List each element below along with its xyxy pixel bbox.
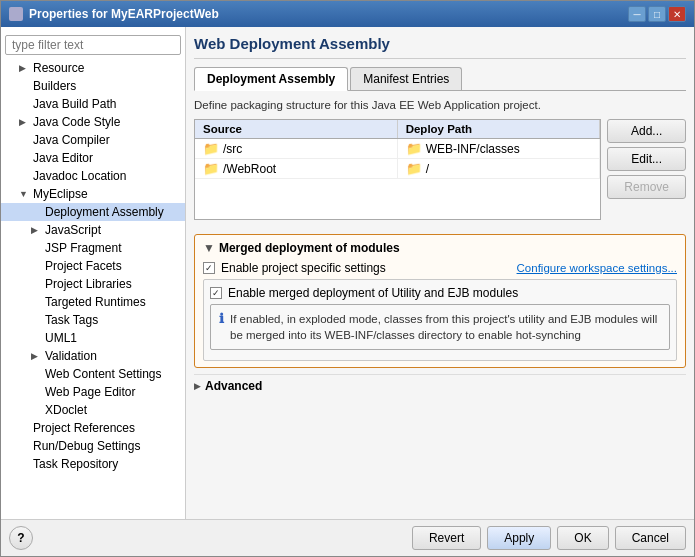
merged-title: ▼ Merged deployment of modules <box>203 241 677 255</box>
sidebar-item-label: Java Build Path <box>33 97 116 111</box>
sidebar-item-label: JavaScript <box>45 223 101 237</box>
filter-input[interactable] <box>5 35 181 55</box>
sidebar-item-label: Builders <box>33 79 76 93</box>
main-content: ▶ Resource Builders Java Build Path ▶ Ja… <box>1 27 694 519</box>
enable-merged-checkbox[interactable] <box>210 287 222 299</box>
deploy-path-cell: 📁 / <box>398 159 601 178</box>
window-icon <box>9 7 23 21</box>
sidebar-item-label: Web Content Settings <box>45 367 162 381</box>
sidebar-item-label: Java Editor <box>33 151 93 165</box>
sidebar-item-web-page-editor[interactable]: Web Page Editor <box>1 383 185 401</box>
table-buttons: Add... Edit... Remove <box>607 119 686 228</box>
tab-bar: Deployment Assembly Manifest Entries <box>194 67 686 91</box>
expand-arrow: ▶ <box>19 117 29 127</box>
source-table: Source Deploy Path 📁 /src 📁 WEB-INF/clas… <box>194 119 601 228</box>
sidebar-item-xdoclet[interactable]: XDoclet <box>1 401 185 419</box>
tab-deployment-assembly[interactable]: Deployment Assembly <box>194 67 348 91</box>
sidebar-item-java-code-style[interactable]: ▶ Java Code Style <box>1 113 185 131</box>
table-row[interactable]: 📁 /src 📁 WEB-INF/classes <box>195 139 600 159</box>
sidebar-item-uml1[interactable]: UML1 <box>1 329 185 347</box>
sidebar-item-label: Project Facets <box>45 259 122 273</box>
cancel-button[interactable]: Cancel <box>615 526 686 550</box>
sidebar-item-run-debug-settings[interactable]: Run/Debug Settings <box>1 437 185 455</box>
close-button[interactable]: ✕ <box>668 6 686 22</box>
sidebar-item-label: Targeted Runtimes <box>45 295 146 309</box>
edit-button[interactable]: Edit... <box>607 147 686 171</box>
sidebar-item-label: Task Tags <box>45 313 98 327</box>
info-icon: ℹ <box>219 311 224 343</box>
expand-arrow: ▶ <box>31 351 41 361</box>
sidebar-item-resource[interactable]: ▶ Resource <box>1 59 185 77</box>
sidebar-item-javascript[interactable]: ▶ JavaScript <box>1 221 185 239</box>
info-box: ℹ If enabled, in exploded mode, classes … <box>210 304 670 350</box>
sidebar-item-label: MyEclipse <box>33 187 88 201</box>
enable-specific-label: Enable project specific settings <box>221 261 386 275</box>
collapse-arrow[interactable]: ▼ <box>203 241 215 255</box>
maximize-button[interactable]: □ <box>648 6 666 22</box>
folder-icon: 📁 <box>203 161 219 176</box>
expand-arrow: ▼ <box>19 189 29 199</box>
sidebar-item-jsp-fragment[interactable]: JSP Fragment <box>1 239 185 257</box>
folder-icon: 📁 <box>406 141 422 156</box>
sidebar-item-targeted-runtimes[interactable]: Targeted Runtimes <box>1 293 185 311</box>
apply-button[interactable]: Apply <box>487 526 551 550</box>
deploy-path-cell: 📁 WEB-INF/classes <box>398 139 601 158</box>
help-button[interactable]: ? <box>9 526 33 550</box>
sidebar-item-java-compiler[interactable]: Java Compiler <box>1 131 185 149</box>
enable-merged-row: Enable merged deployment of Utility and … <box>210 286 670 300</box>
expand-arrow: ▶ <box>31 225 41 235</box>
sidebar-item-validation[interactable]: ▶ Validation <box>1 347 185 365</box>
sidebar-item-web-content-settings[interactable]: Web Content Settings <box>1 365 185 383</box>
ok-button[interactable]: OK <box>557 526 608 550</box>
sidebar-item-task-tags[interactable]: Task Tags <box>1 311 185 329</box>
sidebar-item-label: Task Repository <box>33 457 118 471</box>
sidebar: ▶ Resource Builders Java Build Path ▶ Ja… <box>1 27 186 519</box>
sidebar-item-deployment-assembly[interactable]: Deployment Assembly <box>1 203 185 221</box>
properties-window: Properties for MyEARProjectWeb ─ □ ✕ ▶ R… <box>0 0 695 557</box>
sidebar-item-task-repository[interactable]: Task Repository <box>1 455 185 473</box>
add-button[interactable]: Add... <box>607 119 686 143</box>
col-deploy-path: Deploy Path <box>398 120 601 138</box>
panel-title: Web Deployment Assembly <box>194 35 686 59</box>
sidebar-item-builders[interactable]: Builders <box>1 77 185 95</box>
source-cell: 📁 /src <box>195 139 398 158</box>
sidebar-item-label: Javadoc Location <box>33 169 126 183</box>
enable-merged-container: Enable merged deployment of Utility and … <box>203 279 677 361</box>
advanced-label: Advanced <box>205 379 262 393</box>
bottom-bar: ? Revert Apply OK Cancel <box>1 519 694 556</box>
remove-button[interactable]: Remove <box>607 175 686 199</box>
sidebar-item-java-editor[interactable]: Java Editor <box>1 149 185 167</box>
sidebar-item-label: Project Libraries <box>45 277 132 291</box>
sidebar-item-label: Validation <box>45 349 97 363</box>
sidebar-item-project-libraries[interactable]: Project Libraries <box>1 275 185 293</box>
main-panel: Web Deployment Assembly Deployment Assem… <box>186 27 694 519</box>
sidebar-item-label: XDoclet <box>45 403 87 417</box>
info-text: If enabled, in exploded mode, classes fr… <box>230 311 661 343</box>
sidebar-item-label: Resource <box>33 61 84 75</box>
table-row[interactable]: 📁 /WebRoot 📁 / <box>195 159 600 179</box>
enable-specific-checkbox[interactable] <box>203 262 215 274</box>
configure-workspace-link[interactable]: Configure workspace settings... <box>517 262 677 274</box>
tab-manifest-entries[interactable]: Manifest Entries <box>350 67 462 90</box>
sidebar-item-project-references[interactable]: Project References <box>1 419 185 437</box>
folder-icon: 📁 <box>203 141 219 156</box>
minimize-button[interactable]: ─ <box>628 6 646 22</box>
sidebar-item-java-build-path[interactable]: Java Build Path <box>1 95 185 113</box>
enable-merged-label: Enable merged deployment of Utility and … <box>228 286 518 300</box>
revert-button[interactable]: Revert <box>412 526 481 550</box>
sidebar-item-javadoc-location[interactable]: Javadoc Location <box>1 167 185 185</box>
sidebar-item-label: Deployment Assembly <box>45 205 164 219</box>
sidebar-item-myeclipse[interactable]: ▼ MyEclipse <box>1 185 185 203</box>
table-area: Source Deploy Path 📁 /src 📁 WEB-INF/clas… <box>194 119 686 228</box>
table-container: Source Deploy Path 📁 /src 📁 WEB-INF/clas… <box>194 119 601 220</box>
window-controls: ─ □ ✕ <box>628 6 686 22</box>
sidebar-item-label: UML1 <box>45 331 77 345</box>
window-title: Properties for MyEARProjectWeb <box>29 7 219 21</box>
expand-arrow: ▶ <box>19 63 29 73</box>
sidebar-item-label: Java Code Style <box>33 115 120 129</box>
sidebar-item-label: Web Page Editor <box>45 385 136 399</box>
source-cell: 📁 /WebRoot <box>195 159 398 178</box>
sidebar-item-project-facets[interactable]: Project Facets <box>1 257 185 275</box>
advanced-row[interactable]: ▶ Advanced <box>194 374 686 397</box>
sidebar-item-label: Project References <box>33 421 135 435</box>
